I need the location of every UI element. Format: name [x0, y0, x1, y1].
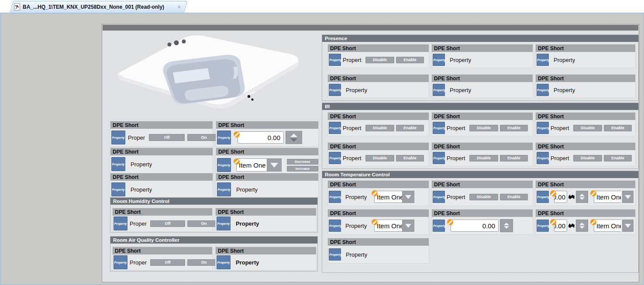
dpe-short-header: DPE Short [328, 209, 429, 217]
dpe-group-numeric: DPE Short Property 0.00 [431, 209, 533, 235]
enable-button[interactable]: Enable [604, 155, 632, 161]
dpe-group-combo: DPE Short Property 0.00 Item One [535, 180, 636, 206]
property-label: Proper [128, 134, 146, 141]
decrease-button[interactable]: Decrease [287, 159, 318, 165]
faceplate-tab[interactable]: BA_...HQ_1\TEM_KNX_UP258Dxx_None_001 (Re… [10, 1, 184, 13]
numeric-input[interactable]: 0.00 [451, 220, 499, 232]
property-button[interactable]: Property [217, 182, 231, 196]
property-button[interactable]: Property [217, 216, 231, 230]
property-button[interactable]: Property [114, 255, 127, 269]
section-room-temperature-control: Room Temperature Control DPE Short Prope… [322, 171, 639, 273]
property-button[interactable]: Property [537, 84, 549, 96]
disable-button[interactable]: Disable [365, 125, 394, 131]
dpe-group-switch: DPE Short Property Propert Disable Enabl… [535, 142, 636, 166]
off-button[interactable]: Off [150, 259, 185, 266]
dropdown-arrow-icon [270, 163, 278, 168]
dpe-short-header: DPE Short [536, 113, 635, 120]
enable-button[interactable]: Enable [396, 57, 424, 63]
enable-button[interactable]: Enable [604, 125, 632, 131]
dropdown-value: Item One [596, 222, 621, 230]
property-label: Property [554, 87, 575, 93]
property-button[interactable]: Property [217, 130, 231, 144]
increase-button[interactable]: Increase [287, 166, 318, 172]
dpe-group: DPE Short Property Property [216, 173, 319, 199]
property-button[interactable]: Property [433, 152, 445, 164]
property-button[interactable]: Property [329, 248, 341, 261]
property-button[interactable]: Property [114, 216, 127, 230]
dpe-short-header: DPE Short [432, 113, 533, 120]
tab-bar: BA_...HQ_1\TEM_KNX_UP258Dxx_None_001 (Re… [0, 0, 644, 13]
enable-button[interactable]: Enable [500, 194, 528, 200]
enable-button[interactable]: Enable [500, 125, 528, 131]
property-button[interactable]: Property [329, 152, 341, 164]
property-label: Propert [447, 155, 468, 161]
override-icon [550, 190, 556, 196]
dpe-short-header: DPE Short [110, 148, 213, 155]
dropdown-field[interactable]: Item One [374, 220, 402, 232]
property-button[interactable]: Property [433, 84, 445, 96]
override-icon [372, 190, 378, 196]
disable-button[interactable]: Disable [365, 57, 394, 63]
dpe-short-header: DPE Short [328, 113, 429, 120]
dropdown-field[interactable]: Item One [236, 158, 267, 172]
squeezed-unit-glyph [568, 223, 575, 228]
property-button[interactable]: Property [433, 191, 445, 203]
property-button[interactable]: Property [217, 255, 231, 269]
dpe-group: DPE Short Property Property [110, 148, 213, 173]
property-button[interactable]: Property [537, 152, 549, 164]
property-button[interactable]: Property [433, 54, 445, 66]
property-label: Property [450, 87, 471, 93]
property-button[interactable]: Property [111, 130, 125, 144]
spinner-updown[interactable] [500, 219, 513, 232]
dropdown-field[interactable]: Item One [374, 191, 402, 203]
property-button[interactable]: Property [537, 220, 549, 232]
override-icon [234, 131, 240, 137]
spin-down-icon [504, 226, 509, 229]
spinner-updown[interactable] [286, 131, 302, 144]
numeric-value: 0.00 [482, 222, 495, 230]
dpe-group: DPE Short Property Property [327, 238, 429, 264]
dropdown-arrow-button[interactable] [622, 220, 634, 232]
off-button[interactable]: Off [150, 220, 185, 227]
property-button[interactable]: Property [433, 220, 445, 232]
dropdown-field[interactable]: Item One [594, 220, 621, 232]
disable-button[interactable]: Disable [469, 125, 498, 131]
tab-close-icon[interactable]: × [177, 4, 181, 10]
property-button[interactable]: Property [111, 157, 125, 171]
dropdown-arrow-button[interactable] [402, 220, 414, 232]
dropdown-arrow-button[interactable] [622, 191, 634, 203]
faceplate-document-icon [14, 3, 20, 10]
enable-button[interactable]: Enable [396, 125, 424, 131]
property-button[interactable]: Property [537, 191, 549, 203]
disable-button[interactable]: Disable [573, 125, 602, 131]
dropdown-field[interactable]: Item One [594, 191, 621, 203]
property-button[interactable]: Property [217, 158, 231, 172]
spinner-updown[interactable] [576, 220, 588, 232]
property-button[interactable]: Property [329, 84, 341, 96]
property-button[interactable]: Property [537, 122, 549, 134]
disable-button[interactable]: Disable [365, 155, 394, 161]
property-button[interactable]: Property [329, 122, 341, 134]
property-label: Property [236, 259, 259, 266]
property-button[interactable]: Property [537, 54, 549, 66]
enable-button[interactable]: Enable [396, 155, 424, 161]
property-button[interactable]: Property [111, 182, 125, 196]
property-button[interactable]: Property [329, 54, 341, 66]
off-button[interactable]: Off [149, 134, 185, 141]
property-button[interactable]: Property [329, 220, 341, 232]
numeric-input[interactable]: 0.00 [238, 131, 284, 144]
dropdown-arrow-button[interactable] [267, 158, 282, 172]
disable-button[interactable]: Disable [573, 155, 602, 161]
override-icon [447, 219, 453, 225]
device-image [107, 30, 320, 117]
section-presence: Presence DPE Short Property Propert Disa… [322, 34, 639, 101]
dropdown-arrow-button[interactable] [402, 191, 414, 203]
disable-button[interactable]: Disable [469, 194, 498, 200]
spinner-updown[interactable] [576, 191, 588, 203]
dropdown-value: Item One [596, 193, 621, 201]
disable-button[interactable]: Disable [469, 155, 498, 161]
dpe-group: DPE Short Property Property [535, 44, 636, 68]
property-button[interactable]: Property [433, 122, 445, 134]
property-button[interactable]: Property [329, 191, 341, 203]
enable-button[interactable]: Enable [500, 155, 528, 161]
